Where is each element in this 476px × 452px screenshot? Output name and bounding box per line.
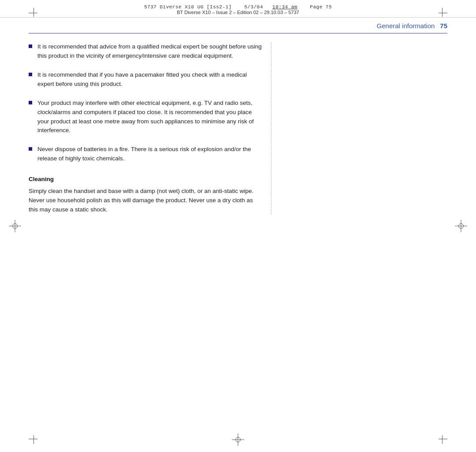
bullet-text: It is recommended that if you have a pac… [37,70,262,89]
crop-mark-bl-v [33,435,34,444]
crop-mark-br-h [439,439,447,439]
bullet-text: Your product may interfere with other el… [37,99,262,136]
page-number: 75 [440,22,447,30]
page-title-area: General information 75 [29,22,447,33]
bullet-icon [29,101,32,104]
registration-mark-left [9,220,21,232]
bullet-icon [29,44,32,48]
bullet-text: Never dispose of batteries in a fire. Th… [37,145,262,163]
page-header: 5737 Diverse X10 UG [Iss2-1] 5/3/04 10:3… [0,0,476,18]
cleaning-title: Cleaning [29,176,262,182]
list-item: Never dispose of batteries in a fire. Th… [29,145,262,163]
bullet-icon [29,147,32,151]
list-item: Your product may interfere with other el… [29,99,262,136]
bullet-text: It is recommended that advice from a qua… [37,42,262,61]
bullet-list: It is recommended that advice from a qua… [29,42,262,163]
registration-mark-bottom [232,433,244,446]
crop-mark-br-v [442,435,443,444]
page-content: General information 75 It is recommended… [29,22,447,430]
list-item: It is recommended that advice from a qua… [29,42,262,61]
crop-mark-bl-h [29,439,37,439]
cleaning-section: Cleaning Simply clean the handset and ba… [29,176,262,215]
cleaning-text: Simply clean the handset and base with a… [29,187,262,215]
bullet-icon [29,73,32,76]
section-title: General information [377,22,435,30]
right-column [271,42,447,215]
list-item: It is recommended that if you have a pac… [29,70,262,89]
two-column-layout: It is recommended that advice from a qua… [29,42,447,215]
header-line1: 5737 Diverse X10 UG [Iss2-1] 5/3/04 10:3… [144,4,332,10]
header-line2: BT Diverse X10 – Issue 2 – Edition 02 – … [177,10,299,15]
left-column: It is recommended that advice from a qua… [29,42,271,215]
registration-mark-right [455,220,467,232]
